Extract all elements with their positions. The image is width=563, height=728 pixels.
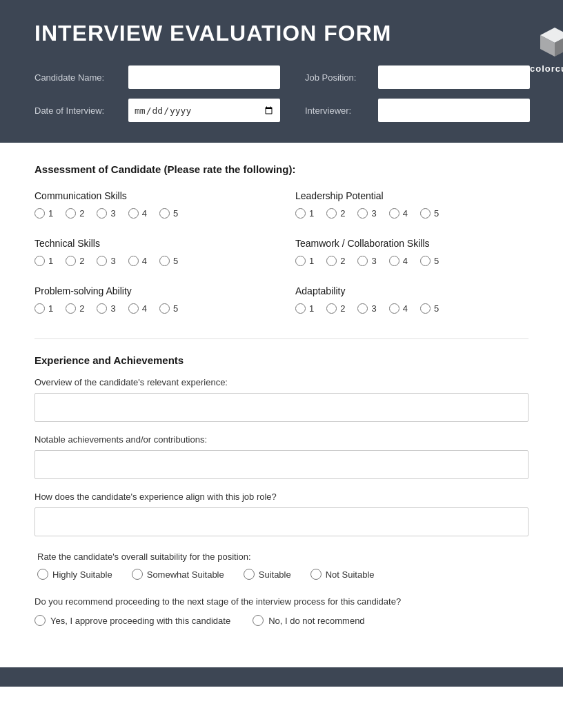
radio-option-lead-5[interactable]: 5 bbox=[420, 208, 439, 219]
radio-tech-1[interactable] bbox=[34, 256, 45, 266]
radio-option-comm-1[interactable]: 1 bbox=[34, 208, 53, 219]
radio-comm-5[interactable] bbox=[159, 208, 170, 219]
radio-prob-3[interactable] bbox=[97, 303, 107, 314]
radio-lead-5[interactable] bbox=[420, 208, 431, 219]
suitability-option-somewhat[interactable]: Somewhat Suitable bbox=[132, 569, 224, 580]
radio-tech-3[interactable] bbox=[97, 256, 107, 266]
radio-option-prob-2[interactable]: 2 bbox=[66, 303, 84, 314]
radio-prob-1[interactable] bbox=[34, 303, 45, 314]
radio-comm-4[interactable] bbox=[128, 208, 139, 219]
radio-team-1[interactable] bbox=[295, 256, 306, 266]
radio-option-prob-1[interactable]: 1 bbox=[34, 303, 53, 314]
radio-suitability-somewhat[interactable] bbox=[132, 569, 143, 580]
suitability-option-not[interactable]: Not Suitable bbox=[310, 569, 375, 580]
radio-option-tech-2[interactable]: 2 bbox=[66, 256, 84, 266]
exp-input-alignment[interactable] bbox=[34, 507, 529, 536]
interviewer-input[interactable] bbox=[378, 99, 530, 122]
radio-option-adapt-5[interactable]: 5 bbox=[420, 303, 439, 314]
header-left: INTERVIEW EVALUATION FORM Candidate Name… bbox=[34, 21, 530, 122]
radio-adapt-3[interactable] bbox=[357, 303, 368, 314]
header-form-fields: Candidate Name: Job Position: Date of In… bbox=[34, 65, 530, 122]
experience-section-title: Experience and Achievements bbox=[34, 354, 529, 366]
exp-input-overview[interactable] bbox=[34, 393, 529, 422]
radio-option-comm-3[interactable]: 3 bbox=[97, 208, 115, 219]
radio-option-tech-1[interactable]: 1 bbox=[34, 256, 53, 266]
radio-option-prob-5[interactable]: 5 bbox=[159, 303, 178, 314]
suitability-label-suitable: Suitable bbox=[259, 569, 291, 580]
radio-option-team-5[interactable]: 5 bbox=[420, 256, 439, 266]
radio-tech-2[interactable] bbox=[66, 256, 76, 266]
radio-option-lead-3[interactable]: 3 bbox=[357, 208, 376, 219]
radio-prob-4[interactable] bbox=[128, 303, 139, 314]
radio-adapt-1[interactable] bbox=[295, 303, 306, 314]
recommend-label-yes: Yes, I approve proceeding with this cand… bbox=[50, 616, 230, 626]
radio-option-lead-4[interactable]: 4 bbox=[389, 208, 408, 219]
suitability-option-suitable[interactable]: Suitable bbox=[244, 569, 291, 580]
recommend-option-no[interactable]: No, I do not recommend bbox=[253, 615, 364, 626]
radio-option-tech-5[interactable]: 5 bbox=[159, 256, 178, 266]
radio-adapt-4[interactable] bbox=[389, 303, 399, 314]
radio-option-adapt-3[interactable]: 3 bbox=[357, 303, 376, 314]
radio-prob-2[interactable] bbox=[66, 303, 76, 314]
skill-block-tech: Technical Skills 1 2 3 4 5 bbox=[34, 238, 268, 266]
radio-option-tech-4[interactable]: 4 bbox=[128, 256, 147, 266]
exp-question-1: Overview of the candidate's relevant exp… bbox=[34, 377, 529, 387]
radio-suitability-highly[interactable] bbox=[37, 569, 48, 580]
radio-group-adapt: 1 2 3 4 5 bbox=[295, 303, 529, 314]
exp-question-2: Notable achievements and/or contribution… bbox=[34, 434, 529, 445]
radio-team-5[interactable] bbox=[420, 256, 431, 266]
radio-lead-1[interactable] bbox=[295, 208, 306, 219]
skill-name-lead: Leadership Potential bbox=[295, 190, 529, 201]
radio-team-3[interactable] bbox=[357, 256, 368, 266]
radio-option-adapt-4[interactable]: 4 bbox=[389, 303, 408, 314]
recommendation-section: Do you recommend proceeding to the next … bbox=[34, 596, 529, 626]
radio-adapt-2[interactable] bbox=[326, 303, 337, 314]
radio-suitability-suitable[interactable] bbox=[244, 569, 255, 580]
radio-comm-2[interactable] bbox=[66, 208, 76, 219]
candidate-name-input[interactable] bbox=[128, 65, 280, 89]
radio-lead-4[interactable] bbox=[389, 208, 399, 219]
radio-option-adapt-1[interactable]: 1 bbox=[295, 303, 314, 314]
radio-option-lead-1[interactable]: 1 bbox=[295, 208, 314, 219]
radio-team-2[interactable] bbox=[326, 256, 337, 266]
radio-adapt-5[interactable] bbox=[420, 303, 431, 314]
skill-name-team: Teamwork / Collaboration Skills bbox=[295, 238, 529, 249]
radio-comm-1[interactable] bbox=[34, 208, 45, 219]
radio-tech-5[interactable] bbox=[159, 256, 170, 266]
radio-suitability-not[interactable] bbox=[310, 569, 322, 580]
radio-option-team-4[interactable]: 4 bbox=[389, 256, 408, 266]
skill-block-adapt: Adaptability 1 2 3 4 5 bbox=[295, 285, 529, 314]
radio-comm-3[interactable] bbox=[97, 208, 107, 219]
radio-lead-2[interactable] bbox=[326, 208, 337, 219]
radio-lead-3[interactable] bbox=[357, 208, 368, 219]
footer bbox=[0, 667, 563, 687]
radio-team-4[interactable] bbox=[389, 256, 399, 266]
radio-recommend-yes[interactable] bbox=[34, 615, 46, 626]
exp-input-achievements[interactable] bbox=[34, 450, 529, 479]
form-row-date: Date of Interview: Interviewer: bbox=[34, 99, 530, 122]
radio-option-team-1[interactable]: 1 bbox=[295, 256, 314, 266]
date-input[interactable] bbox=[128, 99, 280, 122]
radio-option-prob-3[interactable]: 3 bbox=[97, 303, 115, 314]
radio-recommend-no[interactable] bbox=[253, 615, 264, 626]
recommend-options: Yes, I approve proceeding with this cand… bbox=[34, 615, 529, 626]
recommend-option-yes[interactable]: Yes, I approve proceeding with this cand… bbox=[34, 615, 230, 626]
radio-option-team-3[interactable]: 3 bbox=[357, 256, 376, 266]
radio-option-team-2[interactable]: 2 bbox=[326, 256, 345, 266]
radio-option-prob-4[interactable]: 4 bbox=[128, 303, 147, 314]
assessment-section-title: Assessment of Candidate (Please rate the… bbox=[34, 163, 529, 175]
candidate-name-label: Candidate Name: bbox=[34, 72, 117, 83]
radio-option-tech-3[interactable]: 3 bbox=[97, 256, 115, 266]
radio-prob-5[interactable] bbox=[159, 303, 170, 314]
radio-option-comm-4[interactable]: 4 bbox=[128, 208, 147, 219]
radio-option-lead-2[interactable]: 2 bbox=[326, 208, 345, 219]
skill-block-team: Teamwork / Collaboration Skills 1 2 3 4 … bbox=[295, 238, 529, 266]
radio-option-comm-2[interactable]: 2 bbox=[66, 208, 84, 219]
radio-option-comm-5[interactable]: 5 bbox=[159, 208, 178, 219]
skill-name-prob: Problem-solving Ability bbox=[34, 285, 268, 296]
radio-option-adapt-2[interactable]: 2 bbox=[326, 303, 345, 314]
suitability-option-highly[interactable]: Highly Suitable bbox=[37, 569, 112, 580]
radio-group-comm: 1 2 3 4 5 bbox=[34, 208, 268, 219]
radio-tech-4[interactable] bbox=[128, 256, 139, 266]
job-position-input[interactable] bbox=[378, 65, 530, 89]
